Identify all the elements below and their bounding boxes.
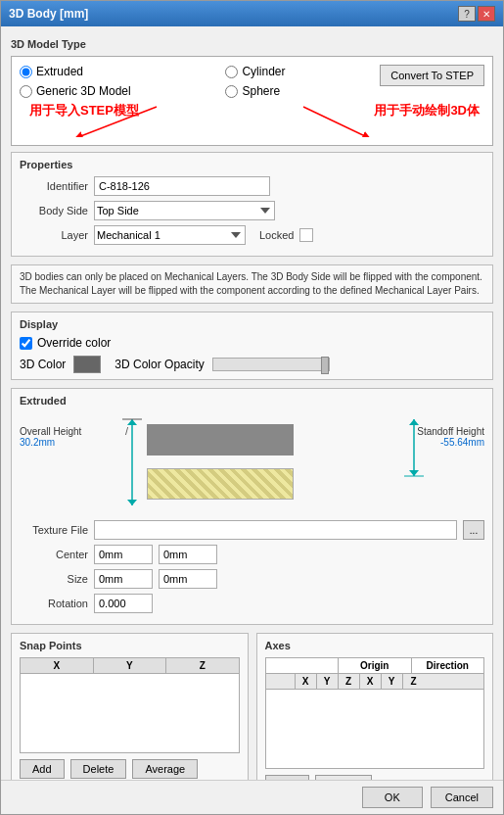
browse-button[interactable]: ... — [463, 520, 484, 540]
opacity-thumb — [321, 357, 329, 374]
generic-label: Generic 3D Model — [36, 84, 131, 98]
cylinder-radio[interactable] — [225, 66, 238, 78]
axes-main-header: Origin Direction — [266, 658, 484, 674]
opacity-slider-container — [212, 358, 484, 371]
opacity-label: 3D Color Opacity — [115, 358, 204, 371]
identifier-input[interactable] — [94, 176, 270, 196]
svg-marker-9 — [409, 470, 419, 476]
color-swatch[interactable] — [73, 356, 101, 373]
layer-label: Layer — [20, 229, 88, 241]
axes-origin-x: X — [296, 674, 317, 689]
axes-origin-z: Z — [339, 674, 360, 689]
locked-checkbox[interactable] — [299, 228, 313, 242]
standoff-height-label: Standoff Height — [417, 426, 484, 437]
display-section: Display Override color 3D Color 3D Color… — [11, 312, 493, 380]
extruded-viz: / Overall Height 30.2mm Standoff Height — [20, 414, 484, 512]
texture-label: Texture File — [20, 524, 88, 536]
rotation-row: Rotation — [20, 594, 484, 613]
generic-radio-label[interactable]: Generic 3D Model — [20, 84, 131, 98]
override-color-label: Override color — [37, 336, 111, 350]
annotation2: 用于手动绘制3D体 — [374, 102, 480, 120]
identifier-label: Identifier — [20, 180, 88, 192]
overall-height-label: Overall Height — [20, 426, 81, 437]
axes-label: Axes — [265, 640, 485, 651]
size-row: Size — [20, 569, 484, 589]
model-type-left: Extruded Generic 3D Model — [20, 65, 131, 98]
sphere-radio[interactable] — [225, 85, 238, 98]
svg-text:/: / — [125, 425, 129, 437]
display-label: Display — [20, 318, 484, 330]
extruded-radio-label[interactable]: Extruded — [20, 65, 131, 78]
axes-sub-header: X Y Z X Y Z — [266, 674, 484, 690]
3d-color-label: 3D Color — [20, 358, 66, 371]
content-area: 3D Model Type Extruded Generic 3D Model — [1, 26, 503, 780]
center-row: Center — [20, 545, 484, 564]
sphere-radio-label[interactable]: Sphere — [225, 84, 280, 98]
close-button[interactable]: ✕ — [478, 6, 495, 22]
main-window: 3D Body [mm] ? ✕ 3D Model Type Extruded … — [0, 0, 504, 815]
cylinder-label: Cylinder — [242, 65, 285, 78]
center-y-input[interactable] — [159, 545, 217, 564]
overall-height-area: Overall Height 30.2mm — [20, 426, 81, 448]
axes-origin-label: Origin — [339, 658, 412, 673]
info-text: 3D bodies can only be placed on Mechanic… — [11, 264, 493, 304]
cancel-button[interactable]: Cancel — [431, 787, 493, 808]
overall-height-value: 30.2mm — [20, 437, 81, 448]
axes-table: Origin Direction X Y Z X Y Z — [265, 657, 485, 769]
window-title: 3D Body [mm] — [9, 7, 88, 21]
properties-label: Properties — [20, 159, 484, 170]
standoff-height-area: Standoff Height -55.64mm — [417, 426, 484, 448]
sphere-label: Sphere — [242, 84, 280, 98]
axes-sub-empty — [266, 674, 296, 689]
left-arrow-svg: / — [117, 419, 147, 505]
snap-points-table: X Y Z — [20, 657, 240, 753]
ok-button[interactable]: OK — [362, 787, 423, 808]
snap-points-label: Snap Points — [20, 640, 240, 651]
model-type-area: Extruded Generic 3D Model Cylinder Spher… — [11, 56, 493, 146]
title-bar-buttons: ? ✕ — [458, 6, 495, 22]
axes-empty-cell — [266, 658, 340, 673]
snap-col-y: Y — [94, 658, 167, 673]
body-side-select[interactable]: Top Side Bottom Side — [94, 201, 275, 220]
snap-delete-button[interactable]: Delete — [70, 759, 127, 779]
model-type-row: Extruded Generic 3D Model Cylinder Spher… — [20, 65, 484, 98]
cylinder-radio-label[interactable]: Cylinder — [225, 65, 285, 78]
snap-points-buttons: Add Delete Average — [20, 759, 240, 779]
snap-points-section: Snap Points X Y Z Add Delete Average — [11, 633, 249, 780]
gray-block — [147, 424, 294, 455]
axes-direction-label: Direction — [412, 658, 484, 673]
axes-body — [266, 690, 484, 768]
snap-add-button[interactable]: Add — [20, 759, 65, 779]
extruded-radio[interactable] — [20, 66, 32, 78]
generic-radio[interactable] — [20, 85, 32, 98]
texture-row: Texture File ... — [20, 520, 484, 540]
snap-col-z: Z — [166, 658, 239, 673]
body-side-label: Body Side — [20, 205, 88, 216]
svg-marker-4 — [127, 500, 137, 505]
opacity-slider[interactable] — [212, 358, 330, 371]
size-x-input[interactable] — [94, 569, 153, 589]
snap-points-header: X Y Z — [21, 658, 239, 674]
model-type-right: Cylinder Sphere — [225, 65, 285, 98]
axes-dir-x: X — [360, 674, 382, 689]
texture-input[interactable] — [94, 520, 457, 540]
size-y-input[interactable] — [159, 569, 217, 589]
svg-marker-8 — [409, 419, 419, 425]
layer-select[interactable]: Mechanical 1 Mechanical 2 — [94, 225, 246, 245]
axes-dir-z: Z — [403, 674, 425, 689]
rotation-input[interactable] — [94, 594, 153, 613]
snap-average-button[interactable]: Average — [132, 759, 198, 779]
convert-step-button[interactable]: Convert To STEP — [380, 65, 484, 86]
override-color-checkbox[interactable] — [20, 337, 32, 350]
locked-label: Locked — [259, 229, 294, 241]
standoff-height-value: -55.64mm — [417, 437, 484, 448]
annotations-area: 用于导入STEP模型 用于手动绘制3D体 — [20, 102, 484, 137]
center-x-input[interactable] — [94, 545, 153, 564]
axes-section: Axes Origin Direction X Y Z X Y Z — [256, 633, 494, 780]
axes-dir-y: Y — [382, 674, 403, 689]
annotation1: 用于导入STEP模型 — [29, 102, 139, 120]
axes-origin-y: Y — [317, 674, 339, 689]
help-button[interactable]: ? — [458, 6, 476, 22]
title-bar: 3D Body [mm] ? ✕ — [1, 1, 503, 26]
properties-section: Properties Identifier Body Side Top Side… — [11, 152, 493, 257]
